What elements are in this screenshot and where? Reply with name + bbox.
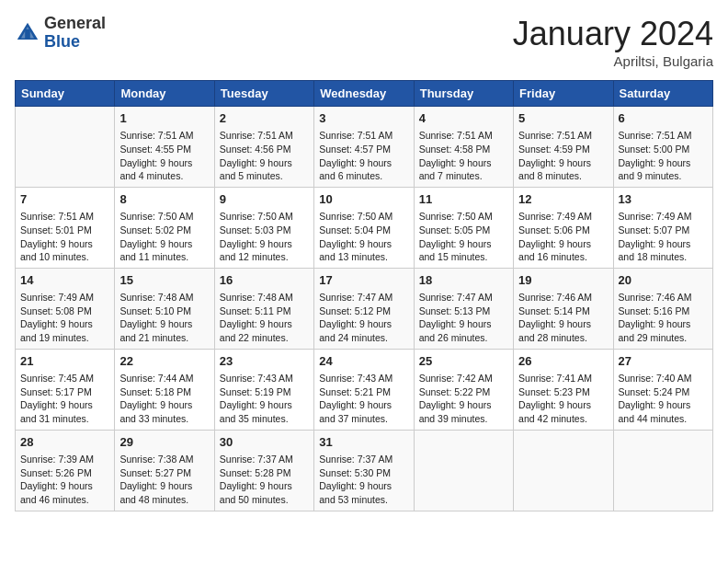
calendar-day-cell: 29Sunrise: 7:38 AM Sunset: 5:27 PM Dayli…	[115, 430, 214, 511]
calendar-day-cell: 1Sunrise: 7:51 AM Sunset: 4:55 PM Daylig…	[115, 107, 214, 188]
day-info: Sunrise: 7:38 AM Sunset: 5:27 PM Dayligh…	[119, 453, 209, 507]
calendar-day-cell: 10Sunrise: 7:50 AM Sunset: 5:04 PM Dayli…	[314, 187, 414, 268]
page-header: General Blue January 2024 Apriltsi, Bulg…	[15, 15, 713, 69]
calendar-table: SundayMondayTuesdayWednesdayThursdayFrid…	[15, 80, 713, 511]
day-info: Sunrise: 7:50 AM Sunset: 5:04 PM Dayligh…	[319, 210, 408, 264]
day-number: 20	[619, 272, 708, 289]
calendar-day-cell: 18Sunrise: 7:47 AM Sunset: 5:13 PM Dayli…	[414, 268, 513, 349]
calendar-day-cell: 12Sunrise: 7:49 AM Sunset: 5:06 PM Dayli…	[514, 187, 613, 268]
calendar-day-cell	[414, 430, 513, 511]
weekday-header-cell: Monday	[115, 81, 214, 107]
calendar-day-cell: 3Sunrise: 7:51 AM Sunset: 4:57 PM Daylig…	[314, 107, 414, 188]
month-year: January 2024	[513, 15, 713, 53]
weekday-header-cell: Wednesday	[314, 81, 414, 107]
calendar-day-cell: 28Sunrise: 7:39 AM Sunset: 5:26 PM Dayli…	[16, 430, 115, 511]
calendar-day-cell: 26Sunrise: 7:41 AM Sunset: 5:23 PM Dayli…	[514, 349, 613, 430]
calendar-day-cell: 15Sunrise: 7:48 AM Sunset: 5:10 PM Dayli…	[115, 268, 214, 349]
calendar-day-cell: 22Sunrise: 7:44 AM Sunset: 5:18 PM Dayli…	[115, 349, 214, 430]
calendar-day-cell: 8Sunrise: 7:50 AM Sunset: 5:02 PM Daylig…	[115, 187, 214, 268]
day-info: Sunrise: 7:49 AM Sunset: 5:07 PM Dayligh…	[619, 210, 708, 264]
day-info: Sunrise: 7:42 AM Sunset: 5:22 PM Dayligh…	[419, 372, 508, 426]
weekday-header-cell: Friday	[514, 81, 613, 107]
day-number: 29	[119, 434, 209, 451]
calendar-body: 1Sunrise: 7:51 AM Sunset: 4:55 PM Daylig…	[16, 107, 713, 511]
day-info: Sunrise: 7:51 AM Sunset: 4:58 PM Dayligh…	[419, 129, 508, 183]
day-number: 12	[518, 191, 608, 208]
day-number: 4	[419, 110, 508, 127]
day-number: 6	[619, 110, 708, 127]
weekday-header-cell: Thursday	[414, 81, 513, 107]
calendar-day-cell: 16Sunrise: 7:48 AM Sunset: 5:11 PM Dayli…	[214, 268, 313, 349]
calendar-week-row: 21Sunrise: 7:45 AM Sunset: 5:17 PM Dayli…	[16, 349, 713, 430]
day-number: 5	[518, 110, 608, 127]
day-number: 27	[619, 353, 708, 370]
calendar-week-row: 7Sunrise: 7:51 AM Sunset: 5:01 PM Daylig…	[16, 187, 713, 268]
day-number: 21	[20, 353, 109, 370]
day-info: Sunrise: 7:50 AM Sunset: 5:02 PM Dayligh…	[119, 210, 209, 264]
logo: General Blue	[15, 15, 106, 52]
day-number: 22	[119, 353, 209, 370]
day-number: 7	[20, 191, 109, 208]
day-info: Sunrise: 7:50 AM Sunset: 5:05 PM Dayligh…	[419, 210, 508, 264]
day-info: Sunrise: 7:44 AM Sunset: 5:18 PM Dayligh…	[119, 372, 209, 426]
calendar-day-cell: 13Sunrise: 7:49 AM Sunset: 5:07 PM Dayli…	[613, 187, 712, 268]
calendar-day-cell: 24Sunrise: 7:43 AM Sunset: 5:21 PM Dayli…	[314, 349, 414, 430]
calendar-week-row: 14Sunrise: 7:49 AM Sunset: 5:08 PM Dayli…	[16, 268, 713, 349]
day-info: Sunrise: 7:51 AM Sunset: 4:55 PM Dayligh…	[119, 129, 209, 183]
calendar-day-cell: 23Sunrise: 7:43 AM Sunset: 5:19 PM Dayli…	[214, 349, 313, 430]
day-info: Sunrise: 7:45 AM Sunset: 5:17 PM Dayligh…	[20, 372, 109, 426]
calendar-day-cell: 5Sunrise: 7:51 AM Sunset: 4:59 PM Daylig…	[514, 107, 613, 188]
day-number: 10	[319, 191, 408, 208]
day-number: 14	[20, 272, 109, 289]
day-info: Sunrise: 7:51 AM Sunset: 5:01 PM Dayligh…	[20, 210, 109, 264]
day-info: Sunrise: 7:49 AM Sunset: 5:08 PM Dayligh…	[20, 291, 109, 345]
day-number: 30	[220, 434, 309, 451]
calendar-day-cell: 17Sunrise: 7:47 AM Sunset: 5:12 PM Dayli…	[314, 268, 414, 349]
logo-general-text: General	[44, 14, 106, 32]
day-number: 2	[220, 110, 309, 127]
logo-blue-text: Blue	[44, 32, 80, 51]
calendar-day-cell: 7Sunrise: 7:51 AM Sunset: 5:01 PM Daylig…	[16, 187, 115, 268]
calendar-day-cell: 25Sunrise: 7:42 AM Sunset: 5:22 PM Dayli…	[414, 349, 513, 430]
calendar-day-cell: 4Sunrise: 7:51 AM Sunset: 4:58 PM Daylig…	[414, 107, 513, 188]
day-number: 26	[518, 353, 608, 370]
day-info: Sunrise: 7:46 AM Sunset: 5:16 PM Dayligh…	[619, 291, 708, 345]
weekday-header-cell: Sunday	[16, 81, 115, 107]
calendar-day-cell: 31Sunrise: 7:37 AM Sunset: 5:30 PM Dayli…	[314, 430, 414, 511]
title-block: January 2024 Apriltsi, Bulgaria	[513, 15, 713, 69]
weekday-header-row: SundayMondayTuesdayWednesdayThursdayFrid…	[16, 81, 713, 107]
calendar-day-cell: 6Sunrise: 7:51 AM Sunset: 5:00 PM Daylig…	[613, 107, 712, 188]
day-number: 17	[319, 272, 408, 289]
day-info: Sunrise: 7:51 AM Sunset: 4:56 PM Dayligh…	[220, 129, 309, 183]
day-info: Sunrise: 7:41 AM Sunset: 5:23 PM Dayligh…	[518, 372, 608, 426]
day-info: Sunrise: 7:47 AM Sunset: 5:13 PM Dayligh…	[419, 291, 508, 345]
calendar-day-cell: 9Sunrise: 7:50 AM Sunset: 5:03 PM Daylig…	[214, 187, 313, 268]
day-info: Sunrise: 7:48 AM Sunset: 5:10 PM Dayligh…	[119, 291, 209, 345]
day-number: 31	[319, 434, 408, 451]
day-number: 8	[119, 191, 209, 208]
day-info: Sunrise: 7:40 AM Sunset: 5:24 PM Dayligh…	[619, 372, 708, 426]
location: Apriltsi, Bulgaria	[513, 53, 713, 69]
day-number: 13	[619, 191, 708, 208]
day-info: Sunrise: 7:48 AM Sunset: 5:11 PM Dayligh…	[220, 291, 309, 345]
day-number: 15	[119, 272, 209, 289]
day-info: Sunrise: 7:43 AM Sunset: 5:21 PM Dayligh…	[319, 372, 408, 426]
calendar-day-cell: 21Sunrise: 7:45 AM Sunset: 5:17 PM Dayli…	[16, 349, 115, 430]
day-info: Sunrise: 7:43 AM Sunset: 5:19 PM Dayligh…	[220, 372, 309, 426]
calendar-week-row: 28Sunrise: 7:39 AM Sunset: 5:26 PM Dayli…	[16, 430, 713, 511]
calendar-day-cell: 20Sunrise: 7:46 AM Sunset: 5:16 PM Dayli…	[613, 268, 712, 349]
day-number: 16	[220, 272, 309, 289]
day-info: Sunrise: 7:47 AM Sunset: 5:12 PM Dayligh…	[319, 291, 408, 345]
day-number: 11	[419, 191, 508, 208]
day-info: Sunrise: 7:39 AM Sunset: 5:26 PM Dayligh…	[20, 453, 109, 507]
calendar-day-cell	[613, 430, 712, 511]
logo-icon	[15, 20, 40, 46]
day-number: 19	[518, 272, 608, 289]
weekday-header-cell: Tuesday	[214, 81, 313, 107]
calendar-day-cell: 2Sunrise: 7:51 AM Sunset: 4:56 PM Daylig…	[214, 107, 313, 188]
day-number: 28	[20, 434, 109, 451]
calendar-day-cell: 27Sunrise: 7:40 AM Sunset: 5:24 PM Dayli…	[613, 349, 712, 430]
calendar-week-row: 1Sunrise: 7:51 AM Sunset: 4:55 PM Daylig…	[16, 107, 713, 188]
day-number: 24	[319, 353, 408, 370]
calendar-day-cell: 11Sunrise: 7:50 AM Sunset: 5:05 PM Dayli…	[414, 187, 513, 268]
